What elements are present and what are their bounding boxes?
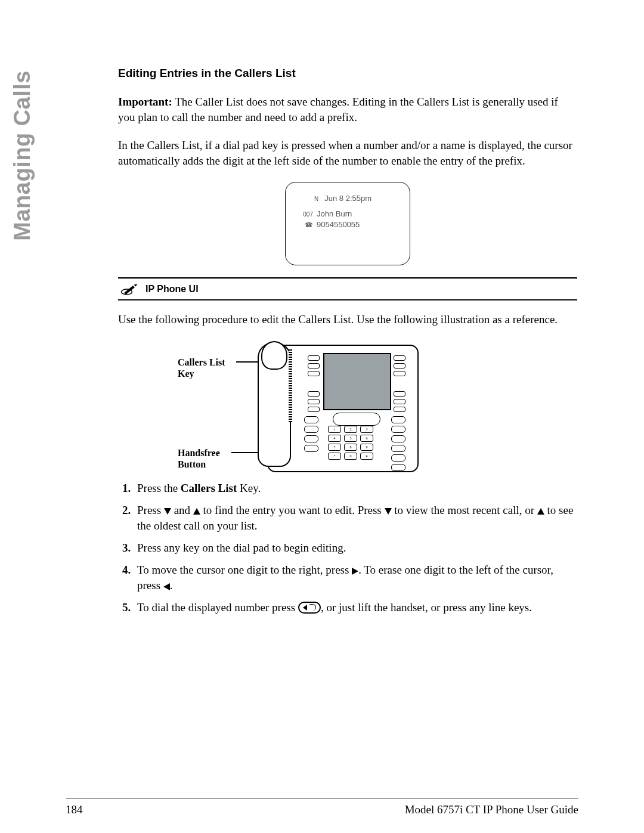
nav-pad (333, 413, 380, 426)
handset (258, 342, 291, 467)
paragraph-important: Important: The Caller List does not save… (118, 94, 577, 125)
dial-key: 2 (344, 426, 357, 433)
dial-key: 6 (360, 435, 373, 442)
function-key (391, 445, 405, 452)
step-4: To move the cursor one digit to the righ… (134, 562, 577, 594)
pen-icon (120, 283, 138, 296)
footer: 184 Model 6757i CT IP Phone User Guide (66, 803, 578, 816)
softkeys-bottom-left (308, 391, 320, 412)
function-keys-right (391, 416, 405, 471)
callout-callers-list-key-text: Callers List Key (178, 357, 225, 379)
down-arrow-icon (164, 508, 171, 515)
page: Managing Calls Editing Entries in the Ca… (0, 0, 644, 833)
callout-handsfree-button-text: Handsfree Button (178, 448, 220, 469)
left-arrow-icon (163, 583, 170, 590)
dial-key: 3 (360, 426, 373, 433)
phone-screen (323, 353, 391, 410)
function-key (391, 435, 405, 442)
softkey (308, 407, 320, 412)
important-text: The Caller List does not save changes. E… (118, 95, 558, 123)
lcd-number: 9054550055 (317, 220, 360, 229)
lcd-index: 007 (300, 210, 313, 219)
dial-key: * (328, 453, 341, 460)
svg-marker-1 (124, 286, 135, 295)
softkey (308, 399, 320, 404)
lcd-number-row: ☎9054550055 (300, 219, 399, 230)
right-arrow-icon (352, 568, 358, 575)
procedure-list: Press the Callers List Key. Press and to… (118, 481, 577, 615)
step-1-a: Press the (137, 482, 181, 494)
dial-key: 5 (344, 435, 357, 442)
softkey (394, 391, 405, 397)
step-1-b: Callers List (181, 482, 237, 494)
speaker-button-icon (298, 602, 321, 614)
step-5: To dial the displayed number press , or … (134, 600, 577, 616)
lcd-datetime-row: NJun 8 2:55pm (314, 193, 399, 204)
step-5-b: , or just lift the handset, or press any… (321, 601, 532, 614)
paragraph-2: In the Callers List, if a dial pad key i… (118, 138, 577, 168)
dial-key: 9 (360, 444, 373, 451)
function-key (391, 464, 405, 471)
ip-phone-ui-label: IP Phone UI (145, 284, 199, 295)
softkey (394, 371, 405, 376)
dial-key: 0 (344, 453, 357, 460)
up-arrow-icon (193, 508, 200, 515)
step-4-a: To move the cursor one digit to the righ… (137, 563, 352, 576)
dial-key: 7 (328, 444, 341, 451)
softkey (394, 407, 405, 412)
paragraph-3: Use the following procedure to edit the … (118, 312, 577, 327)
section-title: Editing Entries in the Callers List (118, 67, 577, 80)
lcd-screen: NJun 8 2:55pm 007John Burn ☎9054550055 (285, 182, 410, 265)
important-label: Important: (118, 95, 172, 108)
function-key (304, 416, 318, 423)
lcd-name-row: 007John Burn (300, 209, 399, 219)
step-2-a: Press (137, 504, 164, 516)
callout-handsfree-button: Handsfree Button (178, 447, 243, 470)
step-2-d: to view the most recent call, or (392, 504, 537, 516)
softkey (308, 363, 320, 368)
page-number: 184 (66, 803, 83, 816)
footer-rule (66, 798, 578, 798)
function-key (391, 416, 405, 423)
phone-body: 1 2 3 4 5 6 7 8 9 * 0 # (267, 345, 419, 472)
dial-pad: 1 2 3 4 5 6 7 8 9 * 0 # (328, 426, 373, 460)
softkeys-bottom-right (394, 391, 405, 412)
softkey (308, 391, 320, 397)
softkey (394, 399, 405, 404)
chapter-tab: Managing Calls (10, 70, 35, 241)
lcd-name: John Burn (317, 209, 352, 218)
dial-key: # (360, 453, 373, 460)
phone-icon: ☎ (300, 221, 313, 230)
dial-key: 4 (328, 435, 341, 442)
up-arrow-icon (537, 508, 544, 515)
softkeys-top-left (308, 355, 320, 376)
softkey (308, 371, 320, 376)
down-arrow-icon (385, 508, 392, 515)
step-2: Press and to find the entry you want to … (134, 503, 577, 534)
step-3: Press any key on the dial pad to begin e… (134, 540, 577, 556)
softkey (394, 355, 405, 361)
lcd-datetime: Jun 8 2:55pm (324, 194, 371, 203)
function-key (391, 426, 405, 433)
step-5-a: To dial the displayed number press (137, 601, 298, 614)
dial-key: 1 (328, 426, 341, 433)
callout-callers-list-key: Callers List Key (178, 357, 243, 379)
dial-key: 8 (344, 444, 357, 451)
lcd-figure: NJun 8 2:55pm 007John Burn ☎9054550055 (118, 182, 577, 265)
guide-title: Model 6757i CT IP Phone User Guide (405, 803, 578, 816)
step-1: Press the Callers List Key. (134, 481, 577, 497)
phone-illustration: Callers List Key Handsfree Button (118, 340, 577, 477)
step-2-c: to find the entry you want to edit. Pres… (200, 504, 385, 516)
step-1-c: Key. (237, 482, 261, 494)
step-4-c: . (170, 579, 173, 592)
ip-phone-ui-heading: IP Phone UI (118, 277, 577, 301)
function-key (391, 454, 405, 462)
step-2-b: and (171, 504, 193, 516)
content-column: Editing Entries in the Callers List Impo… (118, 67, 577, 621)
function-keys-left (304, 416, 318, 452)
lcd-n-glyph: N (314, 196, 318, 202)
handset-cap (261, 341, 287, 370)
softkey (394, 363, 405, 368)
function-key (304, 445, 318, 452)
function-key (304, 435, 318, 442)
